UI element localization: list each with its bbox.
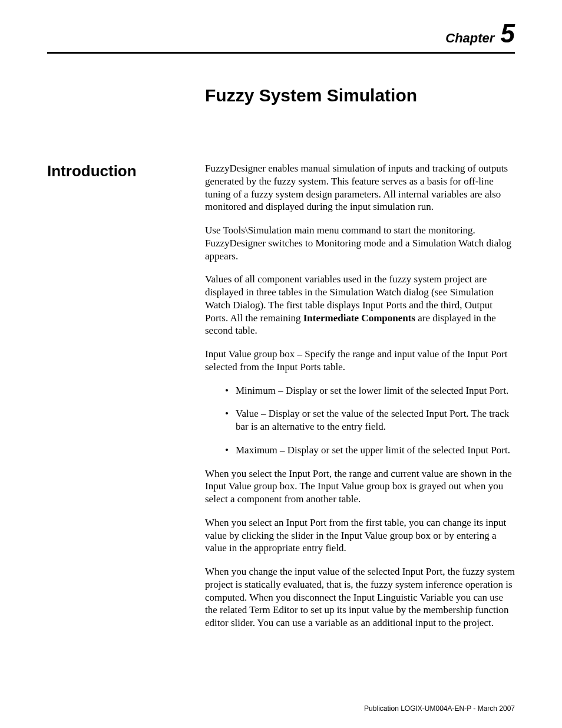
list-item: Minimum – Display or set the lower limit…: [227, 384, 515, 397]
list-item: Value – Display or set the value of the …: [227, 407, 515, 433]
chapter-number: 5: [501, 19, 515, 48]
section-heading: Introduction: [47, 162, 205, 180]
header-rule: [47, 52, 515, 54]
page: Chapter 5 Fuzzy System Simulation Introd…: [0, 0, 562, 728]
paragraph: Values of all component variables used i…: [205, 273, 515, 337]
paragraph: When you change the input value of the s…: [205, 565, 515, 630]
bullet-list: Minimum – Display or set the lower limit…: [205, 384, 515, 457]
list-item: Maximum – Display or set the upper limit…: [227, 444, 515, 457]
bold-text: Intermediate Components: [303, 312, 415, 324]
page-title: Fuzzy System Simulation: [205, 85, 515, 106]
footer-text: Publication LOGIX-UM004A-EN-P - March 20…: [364, 704, 515, 713]
paragraph: Input Value group box – Specify the rang…: [205, 348, 515, 374]
paragraph: When you select the Input Port, the rang…: [205, 467, 515, 506]
chapter-label: Chapter 5: [47, 19, 515, 48]
paragraph: Use Tools\Simulation main menu command t…: [205, 224, 515, 262]
body-area: Introduction FuzzyDesigner enables manua…: [47, 162, 515, 640]
body-column: FuzzyDesigner enables manual simulation …: [205, 162, 515, 640]
chapter-word: Chapter: [445, 31, 494, 45]
paragraph: FuzzyDesigner enables manual simulation …: [205, 162, 515, 213]
paragraph: When you select an Input Port from the f…: [205, 516, 515, 555]
